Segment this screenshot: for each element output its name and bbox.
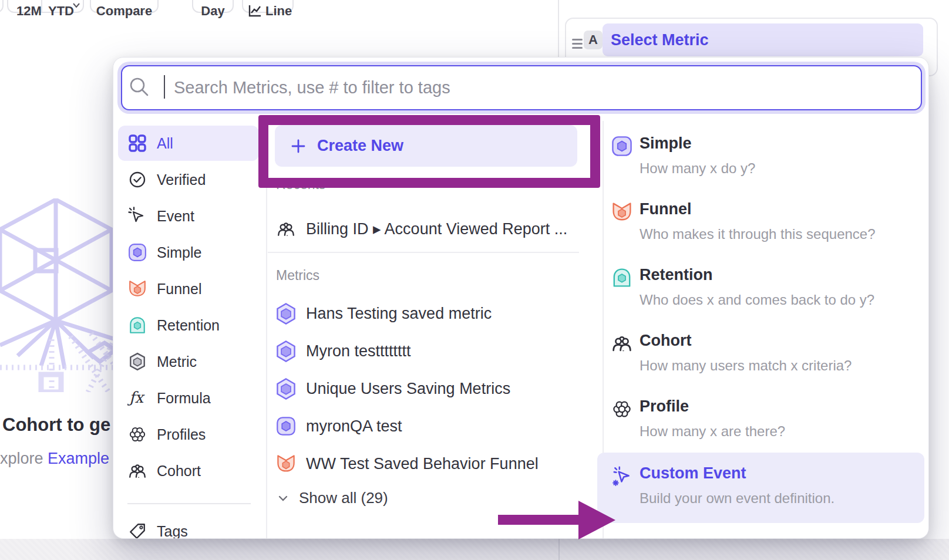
recent-item-row[interactable]: Billing ID ▸ Account Viewed Report ...: [275, 217, 592, 241]
recents-metrics-separator: [268, 252, 579, 253]
bottom-strip-divider: [558, 539, 560, 560]
event-cursor-icon: [127, 206, 147, 226]
chevron-down-icon: [277, 492, 290, 505]
funnel-icon: [611, 201, 632, 222]
search-input[interactable]: [121, 65, 922, 110]
example-reports-link[interactable]: Example R: [48, 450, 113, 467]
profiles-icon: [127, 424, 147, 444]
sidebar-item-cohort[interactable]: Cohort: [127, 453, 257, 489]
empty-state-explore-text: xplore Example R: [0, 450, 113, 468]
metric-type-profile[interactable]: Profile How many x are there?: [611, 397, 905, 440]
sidebar-item-label: All: [157, 135, 173, 152]
metric-item-label: Myron testttttttt: [306, 342, 411, 360]
profiles-icon: [611, 399, 632, 420]
metric-hexagon-icon: [275, 339, 297, 363]
type-title: Custom Event: [640, 464, 905, 483]
sidebar-item-label: Formula: [157, 390, 211, 407]
metric-item-label: Hans Testing saved metric: [306, 305, 492, 323]
type-description: Who does x and comes back to do y?: [640, 292, 905, 308]
sidebar-item-verified[interactable]: Verified: [127, 161, 257, 198]
funnel-icon: [127, 279, 147, 299]
range-ytd-button[interactable]: YTD: [48, 4, 74, 19]
line-label: Line: [265, 4, 292, 19]
sidebar-item-label: Metric: [157, 353, 197, 370]
sidebar-item-funnel[interactable]: Funnel: [127, 271, 257, 307]
sidebar-item-metric[interactable]: Metric: [127, 343, 257, 380]
cohort-people-icon: [275, 217, 297, 241]
svg-text:ƒx: ƒx: [127, 389, 146, 406]
custom-event-icon: [611, 465, 632, 487]
date-range-segmented-control[interactable]: 12M YTD: [7, 0, 84, 13]
range-12m-button[interactable]: 12M: [16, 4, 42, 19]
sidebar-item-label: Verified: [157, 171, 206, 188]
metric-type-funnel[interactable]: Funnel Who makes it through this sequenc…: [611, 200, 905, 242]
metric-list-item[interactable]: Unique Users Saving Metrics: [275, 376, 592, 401]
sidebar-item-formula[interactable]: ƒx Formula: [127, 380, 257, 416]
empty-state-headline: Cohort to ge: [2, 414, 114, 436]
metric-type-simple[interactable]: Simple How many x do y?: [611, 134, 905, 177]
type-description: Who makes it through this sequence?: [640, 226, 905, 242]
metric-hexagon-icon: [275, 302, 297, 325]
retention-icon: [127, 315, 147, 335]
select-metric-label: Select Metric: [611, 31, 709, 49]
sidebar-item-label: Retention: [157, 317, 220, 334]
search-icon: [129, 76, 150, 97]
type-description: Build your own event definition.: [640, 490, 905, 507]
sidebar-separator: [127, 503, 251, 504]
drag-handle-icon[interactable]: [572, 36, 583, 51]
retention-icon: [611, 267, 632, 288]
sidebar-item-label: Profiles: [157, 426, 206, 443]
metric-item-label: myronQA test: [306, 417, 402, 436]
type-description: How many x do y?: [640, 160, 905, 177]
show-all-toggle[interactable]: Show all (29): [277, 489, 388, 507]
type-description: How many x are there?: [640, 423, 905, 440]
metrics-section-label: Metrics: [276, 268, 319, 284]
day-label: Day: [201, 4, 224, 19]
sidebar-item-label: Cohort: [157, 463, 201, 480]
sidebar-item-retention[interactable]: Retention: [127, 307, 257, 343]
recent-item-label: Billing ID ▸ Account Viewed Report ...: [306, 220, 567, 238]
simple-metric-icon: [127, 242, 147, 262]
metric-item-label: Unique Users Saving Metrics: [306, 380, 510, 398]
text-cursor: [164, 75, 165, 99]
metric-item-label: WW Test Saved Behavior Funnel: [306, 455, 539, 473]
metric-select-dropdown: All Verified Event Simple Funnel: [113, 57, 929, 539]
metric-type-cohort[interactable]: Cohort How many users match x criteria?: [611, 332, 905, 374]
metric-type-custom-event[interactable]: Custom Event Build your own event defini…: [611, 464, 905, 507]
grid-icon: [127, 133, 147, 153]
metric-hexagon-icon: [127, 352, 147, 372]
create-new-label: Create New: [317, 137, 403, 155]
create-new-button[interactable]: Create New: [275, 125, 577, 167]
simple-metric-icon: [611, 136, 632, 157]
show-all-label: Show all (29): [299, 489, 388, 507]
metric-list-item[interactable]: myronQA test: [275, 414, 592, 438]
line-chart-type-button[interactable]: Line: [242, 0, 294, 13]
sidebar-item-simple[interactable]: Simple: [127, 234, 257, 271]
sidebar-divider: [266, 121, 267, 539]
metric-list-item[interactable]: Myron testttttttt: [275, 339, 592, 363]
bottom-strip: [0, 539, 949, 560]
metric-list-item[interactable]: Hans Testing saved metric: [275, 301, 592, 326]
simple-metric-icon: [275, 414, 297, 438]
sidebar-item-label: Funnel: [157, 281, 201, 298]
explore-prefix: xplore: [0, 450, 43, 467]
metric-hexagon-icon: [275, 377, 297, 400]
series-badge: A: [584, 31, 603, 49]
toolbar-button-fragment[interactable]: [0, 0, 4, 13]
cohort-people-icon: [127, 461, 147, 481]
formula-icon: ƒx: [127, 388, 147, 408]
metric-type-retention[interactable]: Retention Who does x and comes back to d…: [611, 266, 905, 308]
select-metric-field[interactable]: Select Metric: [603, 23, 923, 56]
day-granularity-button[interactable]: Day: [192, 0, 234, 13]
sidebar-item-label: Simple: [157, 244, 201, 261]
sidebar-item-all[interactable]: All: [127, 125, 257, 161]
plus-icon: [290, 138, 307, 154]
sidebar-item-profiles[interactable]: Profiles: [127, 416, 257, 453]
decorative-wireframe-art: [0, 198, 115, 392]
sidebar-item-label: Tags: [157, 523, 188, 539]
sidebar-item-event[interactable]: Event: [127, 198, 257, 234]
compare-button[interactable]: Compare: [90, 0, 159, 13]
sidebar-item-tags[interactable]: Tags: [127, 513, 257, 539]
metric-list-item[interactable]: WW Test Saved Behavior Funnel: [275, 451, 592, 476]
cohort-people-icon: [611, 333, 632, 354]
